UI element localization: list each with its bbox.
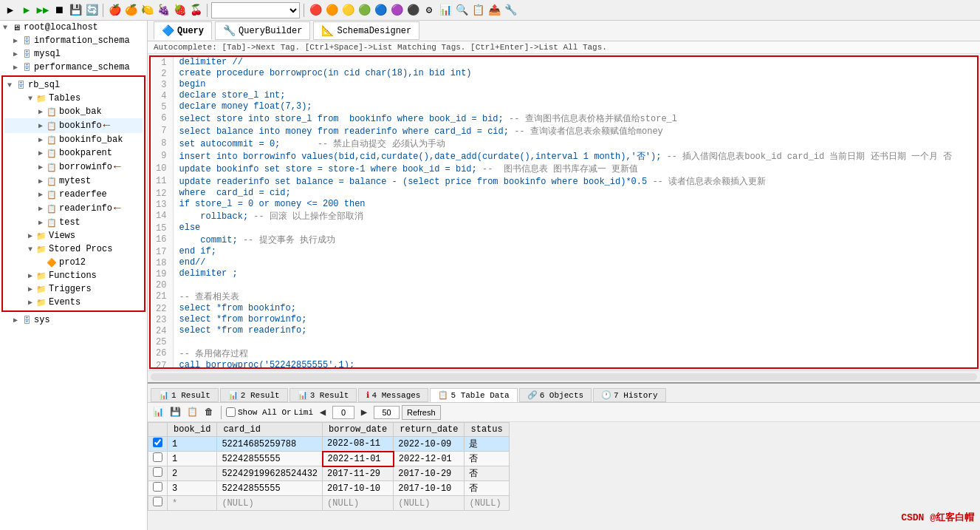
- code-content[interactable]: commit; -- 提交事务 执行成功: [173, 234, 977, 246]
- tb-btn-q[interactable]: 📋: [470, 3, 485, 18]
- tb-btn-n[interactable]: ⚙️: [422, 3, 436, 18]
- code-content[interactable]: set autocommit = 0; -- 禁止自动提交 必须认为手动: [173, 137, 977, 150]
- save-btn[interactable]: 💾: [68, 3, 83, 18]
- db-selector[interactable]: rb_sql: [211, 2, 300, 18]
- result-tab-4[interactable]: ℹ 4 Messages: [358, 388, 428, 402]
- code-content[interactable]: insert into borrowinfo values(bid,cid,cu…: [173, 150, 977, 163]
- code-content[interactable]: select *from borrowinfo;: [173, 314, 977, 325]
- code-content[interactable]: -- 查看相关表: [173, 291, 977, 303]
- code-content[interactable]: -- 条用储存过程: [173, 347, 977, 360]
- run-btn-3[interactable]: ▶▶: [35, 3, 50, 18]
- code-content[interactable]: [173, 336, 977, 347]
- row-checkbox[interactable]: [153, 467, 162, 477]
- sidebar-item-mysql[interactable]: ▶ 🗄 mysql: [0, 47, 147, 61]
- code-content[interactable]: select store into store_l from bookinfo …: [173, 112, 977, 125]
- tb-btn-p[interactable]: 🔍: [454, 3, 469, 18]
- sidebar-item-readerfee[interactable]: ▶ 📋 readerfee: [4, 188, 143, 201]
- result-tb-save-btn[interactable]: 💾: [168, 405, 182, 420]
- code-content[interactable]: delimiter ;: [173, 268, 977, 279]
- result-tab-1[interactable]: 📊 1 Result: [151, 388, 219, 402]
- code-content[interactable]: select *from bookinfo;: [173, 303, 977, 314]
- run-btn-2[interactable]: ▶: [19, 3, 34, 18]
- tb-btn-r[interactable]: 📤: [487, 3, 501, 18]
- sidebar-item-test[interactable]: ▶ 📋 test: [4, 216, 143, 229]
- th-borrow-date[interactable]: borrow_date: [323, 423, 394, 437]
- code-content[interactable]: declare store_l int;: [173, 90, 977, 101]
- tb-btn-o[interactable]: 📊: [438, 3, 453, 18]
- code-content[interactable]: else: [173, 222, 977, 234]
- row-checkbox-cell[interactable]: [148, 466, 168, 481]
- sidebar-item-readerinfo[interactable]: ▶ 📋 readerinfo ←: [4, 201, 143, 216]
- show-all-checkbox[interactable]: [226, 407, 236, 417]
- code-content[interactable]: end if;: [173, 246, 977, 257]
- code-content[interactable]: call borrowproc('52242855555',1);: [173, 360, 977, 369]
- code-editor[interactable]: 1 delimiter // 2 create procedure borrow…: [149, 55, 979, 369]
- refresh-btn[interactable]: 🔄: [84, 3, 99, 18]
- tb-btn-g[interactable]: 🔴: [308, 3, 323, 18]
- row-checkbox[interactable]: [153, 482, 162, 492]
- result-tb-copy-btn[interactable]: 📋: [185, 405, 199, 420]
- pager-next-btn[interactable]: ▶: [357, 405, 371, 420]
- code-content[interactable]: select *from readerinfo;: [173, 325, 977, 336]
- code-content[interactable]: select balance into money from readerinf…: [173, 125, 977, 137]
- sidebar-item-tables[interactable]: ▼ 📁 Tables: [4, 92, 143, 105]
- sidebar-item-sys[interactable]: ▶ 🗄 sys: [0, 313, 147, 327]
- tb-btn-b[interactable]: 🍊: [123, 3, 138, 18]
- code-content[interactable]: end//: [173, 257, 977, 268]
- horizontal-scrollbar[interactable]: [148, 370, 980, 382]
- code-content[interactable]: update bookinfo set store = store-1 wher…: [173, 163, 977, 175]
- tab-query[interactable]: 🔷 Query: [154, 21, 212, 40]
- result-tab-2[interactable]: 📊 2 Result: [220, 388, 288, 402]
- sidebar-item-events[interactable]: ▶ 📁 Events: [4, 296, 143, 309]
- sidebar-item-rb-sql[interactable]: ▼ 🗄 rb_sql: [4, 78, 143, 92]
- th-card-id[interactable]: card_id: [217, 423, 323, 437]
- tb-btn-d[interactable]: 🍇: [156, 3, 171, 18]
- code-content[interactable]: update readerinfo set balance = balance …: [173, 175, 977, 188]
- tb-btn-m[interactable]: ⚫: [405, 3, 420, 18]
- tb-btn-a[interactable]: 🍎: [107, 3, 122, 18]
- row-checkbox-cell[interactable]: [148, 481, 168, 496]
- tb-btn-c[interactable]: 🍋: [140, 3, 154, 18]
- stop-btn[interactable]: ⏹: [52, 3, 66, 18]
- sidebar-item-stored-procs[interactable]: ▼ 📁 Stored Procs: [4, 242, 143, 256]
- tb-btn-e[interactable]: 🍓: [172, 3, 187, 18]
- tb-btn-k[interactable]: 🔵: [373, 3, 388, 18]
- th-return-date[interactable]: return_date: [394, 423, 465, 437]
- code-content[interactable]: declare money float(7,3);: [173, 101, 977, 112]
- sidebar-item-book-bak[interactable]: ▶ 📋 book_bak: [4, 105, 143, 118]
- sidebar-item-bookinfo[interactable]: ▶ 📋 bookinfo ←: [4, 118, 143, 133]
- result-tab-3[interactable]: 📊 3 Result: [289, 388, 357, 402]
- row-checkbox-cell[interactable]: [148, 452, 168, 466]
- sidebar-item-root[interactable]: ▼ 🖥 root@localhost: [0, 21, 147, 34]
- tb-btn-l[interactable]: 🟣: [389, 3, 404, 18]
- row-checkbox-cell[interactable]: [148, 437, 168, 452]
- pager-limit-input[interactable]: [374, 406, 400, 419]
- result-tb-del-btn[interactable]: 🗑: [202, 405, 216, 420]
- pager-start-input[interactable]: [332, 406, 354, 419]
- code-content[interactable]: if store_l = 0 or money <= 200 then: [173, 199, 977, 210]
- code-content[interactable]: where card_id = cid;: [173, 188, 977, 199]
- pager-prev-btn[interactable]: ◀: [315, 405, 330, 420]
- sidebar-item-borrowinfo[interactable]: ▶ 📋 borrowinfo ←: [4, 160, 143, 174]
- sidebar-item-perf-schema[interactable]: ▶ 🗄 performance_schema: [0, 61, 147, 74]
- run-btn-1[interactable]: ▶: [3, 3, 18, 18]
- sidebar-item-views[interactable]: ▶ 📁 Views: [4, 229, 143, 242]
- result-tb-grid-btn[interactable]: 📊: [151, 405, 165, 420]
- code-content[interactable]: begin: [173, 79, 977, 90]
- tb-btn-h[interactable]: 🟠: [324, 3, 339, 18]
- row-checkbox[interactable]: [153, 497, 162, 506]
- code-content[interactable]: rollback; -- 回滚 以上操作全部取消: [173, 210, 977, 222]
- sidebar-item-triggers[interactable]: ▶ 📁 Triggers: [4, 282, 143, 296]
- result-tab-7[interactable]: 🕐 7 History: [593, 388, 665, 402]
- tb-btn-f[interactable]: 🍒: [188, 3, 203, 18]
- sidebar-item-info-schema[interactable]: ▶ 🗄 information_schema: [0, 34, 147, 47]
- code-content[interactable]: [173, 279, 977, 291]
- row-checkbox[interactable]: [153, 452, 162, 462]
- show-all-check[interactable]: Show All Or Limi: [226, 407, 313, 417]
- th-book-id[interactable]: book_id: [168, 423, 217, 437]
- tab-schemadesigner[interactable]: 📐 SchemaDesigner: [313, 21, 419, 40]
- sidebar-item-mytest[interactable]: ▶ 📋 mytest: [4, 174, 143, 188]
- result-tab-5[interactable]: 📋 5 Table Data: [430, 388, 517, 402]
- code-content[interactable]: create procedure borrowproc(in cid char(…: [173, 68, 977, 79]
- row-checkbox-cell[interactable]: [148, 496, 168, 511]
